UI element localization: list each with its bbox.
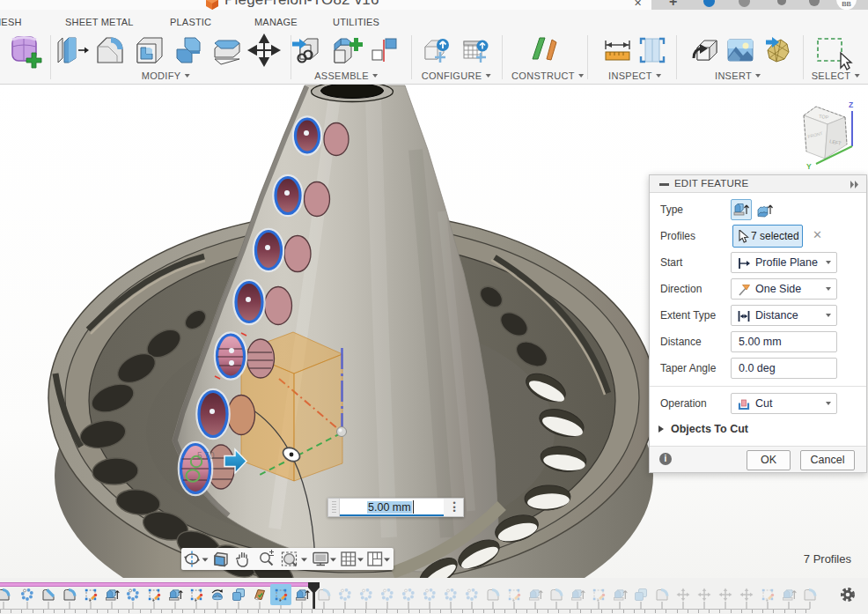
svg-text:TOP: TOP	[819, 114, 829, 120]
svg-text:5.70: 5.70	[197, 451, 215, 461]
svg-text:Y: Y	[806, 162, 812, 171]
svg-text:Z: Z	[849, 100, 853, 109]
